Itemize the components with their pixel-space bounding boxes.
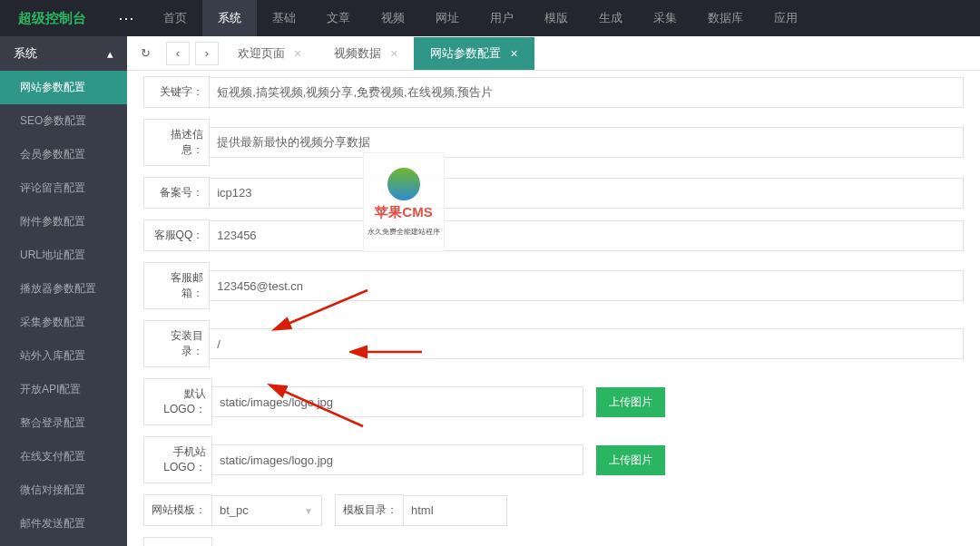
sidebar-header[interactable]: 系统 ▴ xyxy=(0,36,127,71)
top-nav: 首页 系统 基础 文章 视频 网址 用户 模版 生成 采集 数据库 应用 xyxy=(148,0,813,36)
sidebar-item-payment[interactable]: 在线支付配置 xyxy=(0,440,127,473)
nav-system[interactable]: 系统 xyxy=(202,0,257,36)
label-keywords: 关键字： xyxy=(143,76,210,108)
label-qq: 客服QQ： xyxy=(143,219,210,251)
label-icp: 备案号： xyxy=(143,177,210,209)
sidebar-item-sms[interactable]: 短信发送配置 xyxy=(0,541,127,546)
row-qq: 客服QQ： xyxy=(143,219,964,251)
sidebar-item-attachment[interactable]: 附件参数配置 xyxy=(0,205,127,239)
nav-app[interactable]: 应用 xyxy=(759,0,813,36)
row-email: 客服邮箱： xyxy=(143,262,964,309)
caret-down-icon: ▴ xyxy=(107,47,113,61)
sidebar-item-api[interactable]: 开放API配置 xyxy=(0,373,127,406)
top-bar: 超级控制台 ⋯ 首页 系统 基础 文章 视频 网址 用户 模版 生成 采集 数据… xyxy=(0,0,980,36)
chevron-down-icon: ▼ xyxy=(304,505,313,515)
sidebar-title: 系统 xyxy=(14,45,37,62)
row-tpl: 网站模板： ▼ 模板目录： xyxy=(143,494,964,526)
input-installdir[interactable] xyxy=(209,328,964,359)
input-logo[interactable] xyxy=(211,386,583,417)
nav-user[interactable]: 用户 xyxy=(475,0,529,36)
input-qq[interactable] xyxy=(209,220,964,251)
sidebar-item-url[interactable]: URL地址配置 xyxy=(0,239,127,272)
sidebar-item-comment[interactable]: 评论留言配置 xyxy=(0,171,127,205)
nav-basic[interactable]: 基础 xyxy=(257,0,311,36)
label-mlogo: 手机站LOGO： xyxy=(143,436,212,483)
input-tpl-dir[interactable] xyxy=(403,495,507,526)
sidebar-item-email[interactable]: 邮件发送配置 xyxy=(0,507,127,541)
input-keywords[interactable] xyxy=(209,77,964,108)
row-logo: 默认LOGO： 上传图片 xyxy=(143,378,964,425)
row-icp: 备案号： xyxy=(143,177,964,209)
label-desc: 描述信息： xyxy=(143,119,210,166)
nav-collect[interactable]: 采集 xyxy=(638,0,692,36)
sidebar-item-site-config[interactable]: 网站参数配置 xyxy=(0,71,127,104)
label-tpl-dir: 模板目录： xyxy=(335,494,404,526)
sidebar-item-seo[interactable]: SEO参数配置 xyxy=(0,104,127,138)
nav-home[interactable]: 首页 xyxy=(148,0,202,36)
sidebar-item-player[interactable]: 播放器参数配置 xyxy=(0,272,127,306)
sidebar-item-collect[interactable]: 采集参数配置 xyxy=(0,306,127,339)
upload-logo-button[interactable]: 上传图片 xyxy=(596,387,665,417)
nav-template[interactable]: 模版 xyxy=(529,0,583,36)
nav-url[interactable]: 网址 xyxy=(420,0,475,36)
label-adaptive: 自适应手机： xyxy=(143,537,212,546)
nav-video[interactable]: 视频 xyxy=(366,0,420,36)
nav-database[interactable]: 数据库 xyxy=(692,0,759,36)
input-mlogo[interactable] xyxy=(211,444,583,475)
sidebar-item-login[interactable]: 整合登录配置 xyxy=(0,406,127,440)
tab-welcome[interactable]: 欢迎页面× xyxy=(221,37,318,70)
tabs: 欢迎页面× 视频数据× 网站参数配置× xyxy=(221,37,534,70)
tab-next-icon[interactable]: › xyxy=(195,42,219,65)
sidebar-item-member[interactable]: 会员参数配置 xyxy=(0,138,127,171)
label-logo: 默认LOGO： xyxy=(143,378,212,425)
tab-site-config[interactable]: 网站参数配置× xyxy=(414,37,534,70)
more-icon[interactable]: ⋯ xyxy=(104,8,148,28)
close-icon[interactable]: × xyxy=(390,46,397,61)
tab-video-data[interactable]: 视频数据× xyxy=(318,37,414,70)
label-tpl: 网站模板： xyxy=(143,494,212,526)
row-desc: 描述信息： xyxy=(143,119,964,166)
sidebar: 系统 ▴ 网站参数配置 SEO参数配置 会员参数配置 评论留言配置 附件参数配置… xyxy=(0,36,127,546)
row-installdir: 安装目录： xyxy=(143,320,964,367)
nav-article[interactable]: 文章 xyxy=(311,0,366,36)
brand-logo: 超级控制台 xyxy=(0,10,104,27)
tab-bar: ↻ ‹ › 欢迎页面× 视频数据× 网站参数配置× xyxy=(127,36,980,71)
sidebar-item-wechat[interactable]: 微信对接配置 xyxy=(0,473,127,507)
input-desc[interactable] xyxy=(209,127,964,158)
refresh-icon[interactable]: ↻ xyxy=(130,40,161,67)
upload-mlogo-button[interactable]: 上传图片 xyxy=(596,445,665,475)
label-email: 客服邮箱： xyxy=(143,262,210,309)
close-icon[interactable]: × xyxy=(510,46,517,61)
tab-prev-icon[interactable]: ‹ xyxy=(166,42,190,65)
row-keywords: 关键字： xyxy=(143,76,964,108)
input-email[interactable] xyxy=(209,270,964,301)
sidebar-item-external[interactable]: 站外入库配置 xyxy=(0,339,127,373)
content-area: 关键字： 描述信息： 备案号： 客服QQ： 客服邮箱： 安装目录： 默认LOGO… xyxy=(127,71,980,546)
nav-generate[interactable]: 生成 xyxy=(583,0,638,36)
input-icp[interactable] xyxy=(209,178,964,209)
row-adaptive: 自适应手机： 关闭 多域 单域 多域名：访问wap域名会自动使用手机模板；单域名… xyxy=(143,537,964,546)
row-mlogo: 手机站LOGO： 上传图片 xyxy=(143,436,964,483)
label-installdir: 安装目录： xyxy=(143,320,210,367)
close-icon[interactable]: × xyxy=(294,46,301,61)
